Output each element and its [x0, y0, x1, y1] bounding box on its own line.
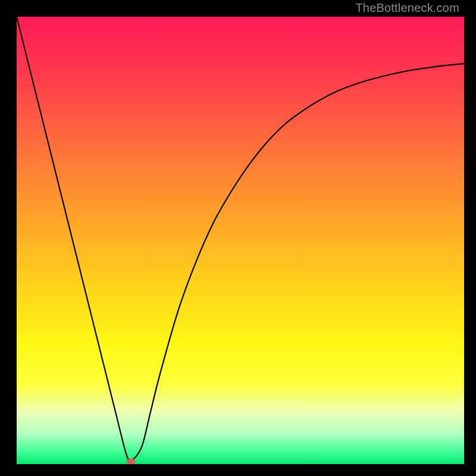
optimal-point-marker — [126, 459, 135, 464]
bottleneck-curve — [17, 17, 464, 461]
plot-area — [17, 17, 464, 464]
chart-frame — [14, 14, 466, 466]
curve-layer — [17, 17, 464, 464]
watermark-text: TheBottleneck.com — [355, 1, 459, 15]
